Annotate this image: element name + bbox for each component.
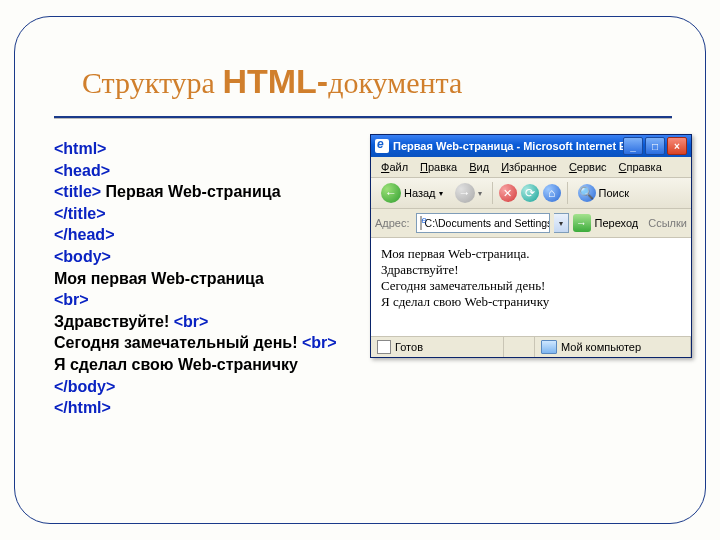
code-tag: <title> — [54, 183, 101, 200]
search-icon: 🔍 — [578, 184, 596, 202]
code-text: Сегодня замечательный день! — [54, 334, 302, 351]
back-arrow-icon: ← — [381, 183, 401, 203]
go-button[interactable]: → — [573, 214, 591, 232]
code-text: Моя первая Web-страница — [54, 270, 264, 287]
code-tag: <br> — [302, 334, 337, 351]
code-tag: <br> — [54, 291, 89, 308]
page-line: Здравствуйте! — [381, 262, 681, 278]
links-label[interactable]: Ссылки — [648, 217, 687, 229]
code-text: Я сделал свою Web-страничку — [54, 356, 298, 373]
slide-title: Структура HTML-документа — [82, 62, 462, 101]
status-zone: Мой компьютер — [535, 337, 691, 357]
title-text-pre: Структура — [82, 66, 222, 99]
code-tag: </title> — [54, 205, 106, 222]
page-viewport: Моя первая Web-страница. Здравствуйте! С… — [371, 238, 691, 336]
minimize-button[interactable]: _ — [623, 137, 643, 155]
page-line: Моя первая Web-страница. — [381, 246, 681, 262]
ie-browser-window: Первая Web-страница - Microsoft Internet… — [370, 134, 692, 358]
page-line: Я сделал свою Web-страничку — [381, 294, 681, 310]
refresh-icon[interactable]: ⟳ — [521, 184, 539, 202]
address-label: Адрес: — [375, 217, 410, 229]
ie-logo-icon — [375, 139, 389, 153]
window-titlebar[interactable]: Первая Web-страница - Microsoft Internet… — [371, 135, 691, 157]
search-button[interactable]: 🔍 Поиск — [574, 182, 633, 204]
forward-button[interactable]: → ▾ — [451, 181, 486, 205]
html-source-code: <html> <head> <title> Первая Web-страниц… — [54, 138, 337, 419]
toolbar-separator — [567, 182, 568, 204]
window-title: Первая Web-страница - Microsoft Internet… — [393, 140, 623, 152]
search-label: Поиск — [599, 187, 629, 199]
status-empty — [504, 337, 535, 357]
menu-bar: Файл Правка Вид Избранное Сервис Справка — [371, 157, 691, 178]
code-tag: <head> — [54, 162, 110, 179]
home-icon[interactable]: ⌂ — [543, 184, 561, 202]
close-button[interactable]: × — [667, 137, 687, 155]
address-input[interactable]: C:\Documents and Settings\Роз — [416, 213, 550, 233]
status-bar: Готов Мой компьютер — [371, 336, 691, 357]
my-computer-icon — [541, 340, 557, 354]
title-text-html: HTML- — [222, 62, 328, 100]
menu-file[interactable]: Файл — [375, 159, 414, 175]
menu-help[interactable]: Справка — [613, 159, 668, 175]
code-text: Здравствуйте! — [54, 313, 174, 330]
menu-tools[interactable]: Сервис — [563, 159, 613, 175]
status-ready: Готов — [371, 337, 504, 357]
code-text: Первая Web-страница — [101, 183, 281, 200]
page-line: Сегодня замечательный день! — [381, 278, 681, 294]
code-tag: </html> — [54, 399, 111, 416]
status-zone-text: Мой компьютер — [561, 341, 641, 353]
back-label: Назад — [404, 187, 436, 199]
code-tag: <body> — [54, 248, 111, 265]
go-label: Переход — [595, 217, 639, 229]
address-dropdown[interactable]: ▾ — [554, 213, 569, 233]
toolbar-separator — [492, 182, 493, 204]
page-icon — [420, 216, 422, 230]
maximize-button[interactable]: □ — [645, 137, 665, 155]
code-tag: <html> — [54, 140, 106, 157]
status-ready-text: Готов — [395, 341, 423, 353]
document-icon — [377, 340, 391, 354]
menu-view[interactable]: Вид — [463, 159, 495, 175]
forward-arrow-icon: → — [455, 183, 475, 203]
address-bar: Адрес: C:\Documents and Settings\Роз ▾ →… — [371, 209, 691, 238]
chevron-down-icon: ▾ — [478, 189, 482, 198]
menu-fav[interactable]: Избранное — [495, 159, 563, 175]
address-path: C:\Documents and Settings\Роз — [425, 217, 550, 229]
chevron-down-icon: ▾ — [439, 189, 443, 198]
code-tag: <br> — [174, 313, 209, 330]
toolbar: ← Назад ▾ → ▾ ✕ ⟳ ⌂ 🔍 Поиск — [371, 178, 691, 209]
title-text-post: документа — [328, 66, 462, 99]
back-button[interactable]: ← Назад ▾ — [377, 181, 447, 205]
menu-edit[interactable]: Правка — [414, 159, 463, 175]
code-tag: </head> — [54, 226, 114, 243]
code-tag: </body> — [54, 378, 115, 395]
stop-icon[interactable]: ✕ — [499, 184, 517, 202]
title-divider — [54, 116, 672, 118]
